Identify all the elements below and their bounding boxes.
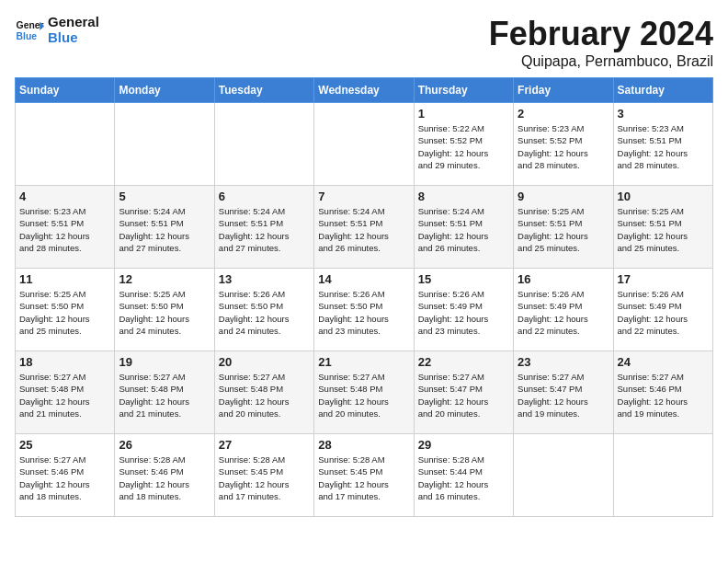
calendar-cell — [514, 434, 613, 517]
calendar-cell: 12Sunrise: 5:25 AMSunset: 5:50 PMDayligh… — [115, 269, 214, 351]
calendar-cell: 14Sunrise: 5:26 AMSunset: 5:50 PMDayligh… — [314, 269, 414, 351]
calendar-cell: 11Sunrise: 5:25 AMSunset: 5:50 PMDayligh… — [16, 269, 115, 351]
day-number: 12 — [119, 272, 210, 286]
calendar-cell: 16Sunrise: 5:26 AMSunset: 5:49 PMDayligh… — [514, 269, 613, 351]
day-info: Sunrise: 5:25 AMSunset: 5:51 PMDaylight:… — [618, 205, 709, 254]
calendar-week-1: 1Sunrise: 5:22 AMSunset: 5:52 PMDaylight… — [16, 103, 713, 186]
day-info: Sunrise: 5:23 AMSunset: 5:51 PMDaylight:… — [618, 122, 709, 171]
calendar-cell — [115, 103, 214, 186]
calendar-cell: 22Sunrise: 5:27 AMSunset: 5:47 PMDayligh… — [414, 351, 513, 434]
day-info: Sunrise: 5:28 AMSunset: 5:45 PMDaylight:… — [219, 454, 310, 502]
calendar-cell: 28Sunrise: 5:28 AMSunset: 5:45 PMDayligh… — [314, 434, 414, 517]
day-number: 6 — [219, 190, 310, 203]
day-number: 25 — [19, 438, 110, 452]
day-info: Sunrise: 5:23 AMSunset: 5:52 PMDaylight:… — [518, 122, 609, 171]
day-number: 11 — [19, 272, 110, 286]
calendar-cell: 25Sunrise: 5:27 AMSunset: 5:46 PMDayligh… — [16, 434, 115, 517]
day-number: 24 — [618, 355, 709, 369]
calendar-cell: 17Sunrise: 5:26 AMSunset: 5:49 PMDayligh… — [613, 269, 712, 351]
location-subtitle: Quipapa, Pernambuco, Brazil — [489, 53, 713, 70]
weekday-header-wednesday: Wednesday — [314, 78, 414, 103]
calendar-cell: 26Sunrise: 5:28 AMSunset: 5:46 PMDayligh… — [115, 434, 214, 517]
day-number: 23 — [518, 355, 609, 369]
day-number: 29 — [418, 438, 509, 452]
day-number: 7 — [318, 190, 409, 203]
day-info: Sunrise: 5:27 AMSunset: 5:46 PMDaylight:… — [618, 371, 709, 419]
calendar-cell: 20Sunrise: 5:27 AMSunset: 5:48 PMDayligh… — [214, 351, 313, 434]
day-number: 28 — [318, 438, 409, 452]
calendar-cell: 29Sunrise: 5:28 AMSunset: 5:44 PMDayligh… — [414, 434, 513, 517]
day-info: Sunrise: 5:27 AMSunset: 5:48 PMDaylight:… — [318, 371, 409, 419]
month-year-title: February 2024 — [489, 15, 713, 53]
day-info: Sunrise: 5:26 AMSunset: 5:49 PMDaylight:… — [618, 288, 709, 337]
day-info: Sunrise: 5:26 AMSunset: 5:50 PMDaylight:… — [219, 288, 310, 337]
day-number: 3 — [618, 107, 709, 121]
calendar-cell: 9Sunrise: 5:25 AMSunset: 5:51 PMDaylight… — [514, 186, 613, 269]
day-info: Sunrise: 5:23 AMSunset: 5:51 PMDaylight:… — [19, 205, 110, 254]
calendar-cell: 2Sunrise: 5:23 AMSunset: 5:52 PMDaylight… — [514, 103, 613, 186]
calendar-cell — [16, 103, 115, 186]
calendar-week-4: 18Sunrise: 5:27 AMSunset: 5:48 PMDayligh… — [16, 351, 713, 434]
day-number: 20 — [219, 355, 310, 369]
day-number: 2 — [518, 107, 609, 121]
calendar-week-2: 4Sunrise: 5:23 AMSunset: 5:51 PMDaylight… — [16, 186, 713, 269]
weekday-header-monday: Monday — [115, 78, 214, 103]
calendar-cell: 23Sunrise: 5:27 AMSunset: 5:47 PMDayligh… — [514, 351, 613, 434]
calendar-cell — [613, 434, 712, 517]
day-info: Sunrise: 5:27 AMSunset: 5:48 PMDaylight:… — [119, 371, 210, 419]
day-number: 14 — [318, 272, 409, 286]
svg-text:Blue: Blue — [17, 30, 38, 40]
day-info: Sunrise: 5:25 AMSunset: 5:51 PMDaylight:… — [518, 205, 609, 254]
day-number: 8 — [418, 190, 509, 203]
calendar-table: SundayMondayTuesdayWednesdayThursdayFrid… — [15, 77, 713, 517]
day-number: 19 — [119, 355, 210, 369]
calendar-header: SundayMondayTuesdayWednesdayThursdayFrid… — [16, 78, 713, 103]
day-number: 18 — [19, 355, 110, 369]
day-number: 22 — [418, 355, 509, 369]
day-info: Sunrise: 5:27 AMSunset: 5:48 PMDaylight:… — [19, 371, 110, 419]
day-info: Sunrise: 5:26 AMSunset: 5:49 PMDaylight:… — [518, 288, 609, 337]
day-number: 17 — [618, 272, 709, 286]
logo-icon: General Blue — [15, 16, 44, 45]
page-header: General Blue General Blue February 2024 … — [15, 15, 713, 70]
calendar-cell: 27Sunrise: 5:28 AMSunset: 5:45 PMDayligh… — [214, 434, 313, 517]
day-number: 21 — [318, 355, 409, 369]
calendar-cell: 6Sunrise: 5:24 AMSunset: 5:51 PMDaylight… — [214, 186, 313, 269]
logo: General Blue General Blue — [15, 15, 99, 45]
day-number: 16 — [518, 272, 609, 286]
day-info: Sunrise: 5:24 AMSunset: 5:51 PMDaylight:… — [418, 205, 509, 254]
day-info: Sunrise: 5:24 AMSunset: 5:51 PMDaylight:… — [119, 205, 210, 254]
day-number: 15 — [418, 272, 509, 286]
day-info: Sunrise: 5:24 AMSunset: 5:51 PMDaylight:… — [318, 205, 409, 254]
weekday-row: SundayMondayTuesdayWednesdayThursdayFrid… — [16, 78, 713, 103]
calendar-cell: 7Sunrise: 5:24 AMSunset: 5:51 PMDaylight… — [314, 186, 414, 269]
calendar-cell: 21Sunrise: 5:27 AMSunset: 5:48 PMDayligh… — [314, 351, 414, 434]
calendar-cell: 8Sunrise: 5:24 AMSunset: 5:51 PMDaylight… — [414, 186, 513, 269]
day-info: Sunrise: 5:27 AMSunset: 5:47 PMDaylight:… — [418, 371, 509, 419]
calendar-cell: 3Sunrise: 5:23 AMSunset: 5:51 PMDaylight… — [613, 103, 712, 186]
day-info: Sunrise: 5:24 AMSunset: 5:51 PMDaylight:… — [219, 205, 310, 254]
calendar-cell: 18Sunrise: 5:27 AMSunset: 5:48 PMDayligh… — [16, 351, 115, 434]
calendar-cell — [214, 103, 313, 186]
calendar-cell: 13Sunrise: 5:26 AMSunset: 5:50 PMDayligh… — [214, 269, 313, 351]
calendar-week-5: 25Sunrise: 5:27 AMSunset: 5:46 PMDayligh… — [16, 434, 713, 517]
title-block: February 2024 Quipapa, Pernambuco, Brazi… — [489, 15, 713, 70]
logo-blue: Blue — [48, 30, 99, 46]
day-info: Sunrise: 5:27 AMSunset: 5:47 PMDaylight:… — [518, 371, 609, 419]
day-info: Sunrise: 5:26 AMSunset: 5:50 PMDaylight:… — [318, 288, 409, 337]
day-number: 5 — [119, 190, 210, 203]
day-info: Sunrise: 5:27 AMSunset: 5:46 PMDaylight:… — [19, 454, 110, 502]
calendar-cell — [314, 103, 414, 186]
day-info: Sunrise: 5:28 AMSunset: 5:45 PMDaylight:… — [318, 454, 409, 502]
weekday-header-tuesday: Tuesday — [214, 78, 313, 103]
weekday-header-sunday: Sunday — [16, 78, 115, 103]
day-number: 4 — [19, 190, 110, 203]
day-info: Sunrise: 5:25 AMSunset: 5:50 PMDaylight:… — [119, 288, 210, 337]
weekday-header-thursday: Thursday — [414, 78, 513, 103]
day-info: Sunrise: 5:28 AMSunset: 5:46 PMDaylight:… — [119, 454, 210, 502]
calendar-cell: 19Sunrise: 5:27 AMSunset: 5:48 PMDayligh… — [115, 351, 214, 434]
logo-general: General — [48, 15, 99, 30]
calendar-cell: 15Sunrise: 5:26 AMSunset: 5:49 PMDayligh… — [414, 269, 513, 351]
calendar-cell: 5Sunrise: 5:24 AMSunset: 5:51 PMDaylight… — [115, 186, 214, 269]
day-number: 27 — [219, 438, 310, 452]
